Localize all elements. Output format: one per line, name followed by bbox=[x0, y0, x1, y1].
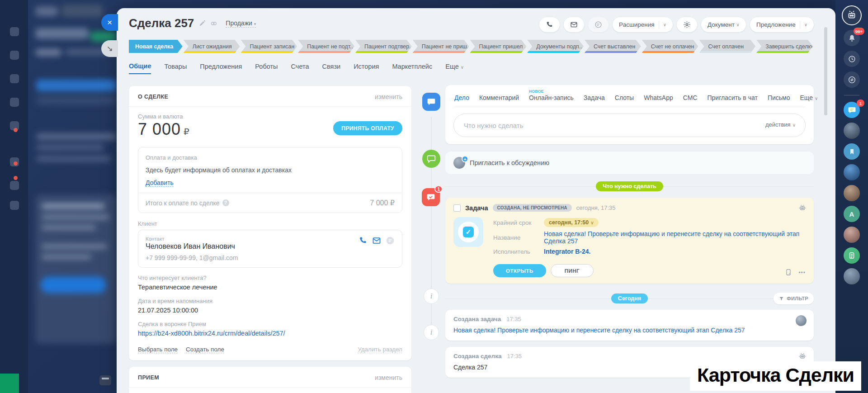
modal-scrollbar[interactable] bbox=[824, 27, 827, 115]
tab-история[interactable]: История bbox=[354, 63, 379, 74]
task-name-link[interactable]: Новая сделка! Проверьте информацию и пер… bbox=[544, 230, 806, 245]
pipeline-selector[interactable]: Продажи▾ bbox=[226, 19, 256, 28]
help-icon[interactable]: ? bbox=[222, 199, 229, 206]
open-task-button[interactable]: ОТКРЫТЬ bbox=[493, 264, 546, 277]
todo-input[interactable] bbox=[453, 114, 806, 137]
user-avatar-1[interactable] bbox=[844, 123, 860, 139]
assignee-link[interactable]: Integrator B-24. bbox=[544, 248, 590, 255]
task-title[interactable]: Задача bbox=[465, 204, 488, 212]
stage-12[interactable]: Завершить сделку bbox=[756, 40, 813, 53]
saved-messages-button[interactable] bbox=[844, 143, 860, 160]
stage-7[interactable]: Пациент пришел ... bbox=[470, 40, 527, 53]
about-deal-card: О СДЕЛКЕ изменить Сумма и валюта 7 000₽ … bbox=[129, 86, 411, 360]
stage-1[interactable]: Новая сделка bbox=[129, 40, 183, 53]
actions-dropdown[interactable]: действия bbox=[765, 121, 796, 128]
sidebar-divider bbox=[844, 95, 859, 95]
feed-tab-1[interactable]: Дело bbox=[454, 94, 469, 101]
tab-предложения[interactable]: Предложения bbox=[200, 63, 242, 74]
feed-tab-8[interactable]: Пригласить в чат bbox=[708, 94, 758, 101]
edit-section-link[interactable]: изменить bbox=[375, 374, 402, 381]
feed-tab-2[interactable]: Комментарий bbox=[479, 94, 519, 101]
stage-4[interactable]: Пациент не подт... bbox=[298, 40, 354, 53]
add-payment-link[interactable]: Добавить bbox=[146, 179, 174, 187]
user-avatar-3[interactable] bbox=[844, 227, 860, 243]
contact-name[interactable]: Человеков Иван Иванович bbox=[146, 242, 235, 251]
dog-avatar[interactable] bbox=[844, 164, 860, 180]
deal-amount[interactable]: 7 000 bbox=[138, 120, 181, 138]
stage-9[interactable]: Счет выставлен bbox=[585, 40, 641, 53]
tab-товары[interactable]: Товары bbox=[164, 63, 187, 74]
copy-link-icon[interactable] bbox=[210, 20, 217, 27]
accept-payment-button[interactable]: ПРИНЯТЬ ОПЛАТУ bbox=[333, 121, 402, 135]
gear-icon bbox=[683, 21, 691, 28]
stage-2[interactable]: Лист ожидания bbox=[184, 40, 240, 53]
settings-button[interactable] bbox=[677, 17, 697, 32]
feed-tab-6[interactable]: WhatsApp bbox=[644, 94, 673, 101]
phone-icon[interactable] bbox=[359, 236, 368, 245]
tab-роботы[interactable]: Роботы bbox=[255, 63, 278, 74]
contact-card[interactable]: Контакт Человеков Иван Иванович +7 999 9… bbox=[138, 230, 402, 268]
background-rail-badge bbox=[14, 161, 18, 166]
feed-tab-5[interactable]: Слоты bbox=[615, 94, 634, 101]
notifications-button[interactable]: 99+ bbox=[844, 30, 860, 46]
edit-title-icon[interactable] bbox=[198, 20, 206, 27]
deadline-value[interactable]: сегодня, 17:50 bbox=[544, 218, 599, 227]
stage-label: Пациент не подт... bbox=[307, 43, 354, 50]
assistant-avatar[interactable] bbox=[842, 5, 862, 25]
messenger-icon[interactable] bbox=[386, 236, 395, 245]
filter-button[interactable]: ФИЛЬТР bbox=[774, 293, 814, 304]
feed-tab-4[interactable]: Задача bbox=[584, 94, 605, 101]
create-field-link[interactable]: Создать поле bbox=[186, 346, 224, 353]
feed-tab-3[interactable]: НОВОЕОнлайн-запись bbox=[529, 94, 574, 101]
funnel-label: Сделка в воронке Прием bbox=[138, 321, 402, 327]
close-slider-button[interactable]: × bbox=[101, 14, 118, 31]
main-tab-bar: ОбщиеТоварыПредложенияРоботыСчетаСвязиИс… bbox=[129, 62, 464, 74]
bot-avatar[interactable] bbox=[844, 268, 860, 284]
interest-value[interactable]: Терапевтическое лечение bbox=[138, 284, 402, 291]
ping-button[interactable]: ПИНГ bbox=[551, 264, 594, 277]
tab-общие[interactable]: Общие bbox=[129, 62, 151, 74]
collapse-slider-button[interactable]: ↘ bbox=[101, 40, 118, 57]
tab-связи[interactable]: Связи bbox=[322, 63, 341, 74]
background-rail-icon bbox=[10, 51, 19, 60]
document-button[interactable]: Документ bbox=[701, 17, 746, 32]
proposal-button[interactable]: Предложение bbox=[750, 17, 814, 32]
stage-6[interactable]: Пациент не приш... bbox=[413, 40, 469, 53]
tab-счета[interactable]: Счета bbox=[291, 63, 309, 74]
select-field-link[interactable]: Выбрать поле bbox=[138, 346, 178, 353]
feed-tab-7[interactable]: СМС bbox=[683, 94, 698, 101]
chat-transfer-button[interactable] bbox=[844, 71, 860, 88]
user-avatar-a[interactable]: A bbox=[844, 206, 860, 222]
stage-10[interactable]: Счет не оплачен bbox=[642, 40, 698, 53]
background-rail-icon bbox=[10, 181, 19, 190]
feed-tab-9[interactable]: Письмо bbox=[768, 94, 790, 101]
stage-8[interactable]: Документы подп... bbox=[527, 40, 584, 53]
robot-avatar: + bbox=[453, 157, 465, 169]
time-management-button[interactable] bbox=[844, 51, 860, 67]
stage-5[interactable]: Пациент подтвер... bbox=[355, 40, 412, 53]
chat-button[interactable] bbox=[588, 17, 609, 32]
delete-section-link[interactable]: Удалить раздел bbox=[358, 346, 402, 353]
deal-url-link[interactable]: https://b24-xd800h.bitrix24.ru/crm/deal/… bbox=[138, 330, 402, 337]
extensions-button[interactable]: Расширения bbox=[613, 17, 673, 32]
edit-section-link[interactable]: изменить bbox=[375, 93, 402, 100]
tab-еще[interactable]: Еще bbox=[445, 63, 464, 74]
stage-11[interactable]: Счет оплачен bbox=[699, 40, 756, 53]
email-button[interactable] bbox=[564, 17, 584, 32]
messenger-button[interactable]: 1 bbox=[844, 102, 860, 118]
task-checkbox[interactable] bbox=[453, 204, 461, 212]
event-text[interactable]: Новая сделка! Проверьте информацию и пер… bbox=[453, 327, 806, 334]
channel-avatar[interactable] bbox=[844, 247, 860, 264]
user-avatar-2[interactable] bbox=[844, 185, 860, 201]
more-icon[interactable] bbox=[798, 268, 806, 276]
invite-to-discussion[interactable]: + Пригласить к обсуждению bbox=[445, 152, 814, 174]
tab-label: История bbox=[354, 63, 379, 70]
remind-value[interactable]: 21.07.2025 10:00:00 bbox=[138, 307, 402, 314]
stage-3[interactable]: Пациент записан ... bbox=[241, 40, 297, 53]
feed-tab-10[interactable]: Еще bbox=[800, 94, 818, 101]
email-icon[interactable] bbox=[372, 236, 381, 245]
tab-label: Еще bbox=[445, 63, 459, 70]
note-icon[interactable] bbox=[785, 269, 792, 276]
call-button[interactable] bbox=[539, 17, 560, 32]
tab-маркетплейс[interactable]: Маркетплейс bbox=[392, 63, 432, 74]
